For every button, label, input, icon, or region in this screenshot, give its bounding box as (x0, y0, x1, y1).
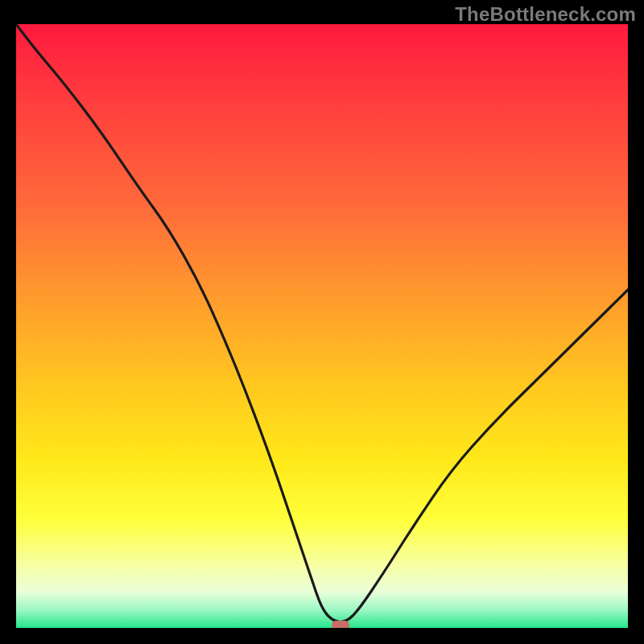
bottleneck-curve (16, 24, 628, 622)
minimum-marker (332, 621, 349, 628)
watermark-label: TheBottleneck.com (455, 3, 636, 26)
curve-svg (16, 24, 628, 628)
plot-area (16, 24, 628, 628)
chart-container: TheBottleneck.com (0, 0, 644, 644)
